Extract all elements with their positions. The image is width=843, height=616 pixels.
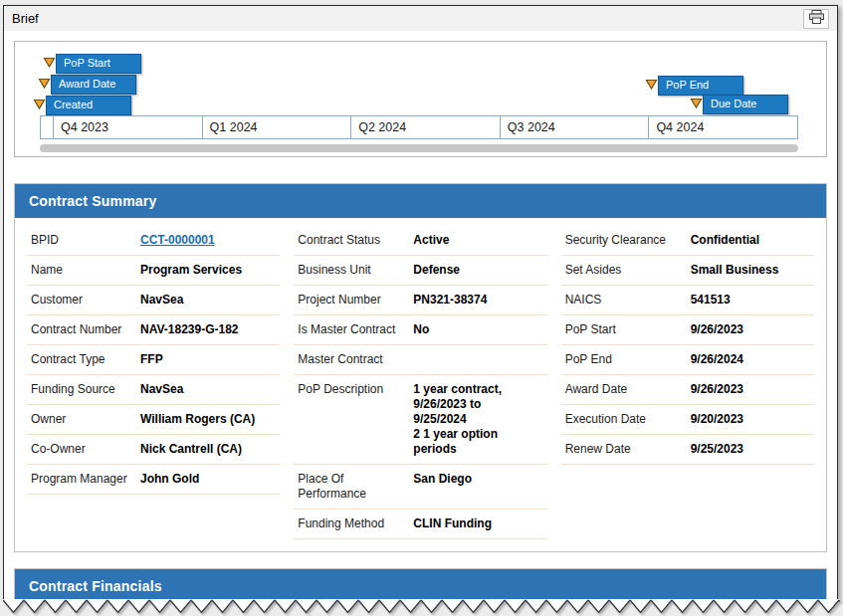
flag-label: PoP Start: [56, 54, 141, 74]
field-label: Name: [31, 263, 140, 278]
quarter-stub-cell: [41, 116, 54, 138]
contract-summary-section: Contract Summary BPID CCT-0000001 Name P…: [14, 183, 827, 552]
milestone-marker-icon: [38, 76, 51, 94]
field-label: Contract Number: [31, 322, 140, 337]
timeline-flag-award-date[interactable]: Award Date: [38, 75, 136, 95]
field-label: Co-Owner: [31, 442, 140, 457]
torn-page-edge: [3, 599, 840, 616]
field-value: NAV-18239-G-182: [140, 322, 276, 337]
brief-page: Brief PoP Start: [3, 5, 838, 599]
field-label: Renew Date: [565, 442, 691, 457]
field-row: Co-Owner Nick Cantrell (CA): [27, 435, 280, 465]
field-row: Renew Date 9/25/2023: [561, 435, 814, 465]
timeline-quarter-axis: Q4 2023 Q1 2024 Q2 2024 Q3 2024 Q4 2024: [40, 115, 798, 139]
field-label: Project Number: [298, 293, 413, 308]
field-row: PoP End 9/26/2024: [561, 345, 814, 375]
field-row: Is Master Contract No: [294, 315, 546, 345]
field-value: NavSea: [140, 382, 276, 397]
field-label: Program Manager: [31, 472, 140, 487]
field-value: 9/25/2023: [691, 442, 810, 457]
field-row: Funding Method CLIN Funding: [294, 510, 546, 539]
field-row: Customer NavSea: [27, 286, 280, 315]
field-row: Contract Number NAV-18239-G-182: [27, 315, 280, 345]
quarter-cell: Q4 2024: [649, 116, 797, 138]
quarter-cell: Q1 2024: [203, 116, 352, 138]
page-title: Brief: [12, 11, 39, 26]
field-value: 9/26/2024: [691, 352, 810, 367]
field-value: 9/26/2023: [691, 322, 810, 337]
field-row: NAICS 541513: [561, 286, 814, 315]
bpid-link[interactable]: CCT-0000001: [140, 233, 276, 248]
field-value: Small Business: [691, 263, 810, 278]
field-value: FFP: [140, 352, 276, 367]
field-label: PoP End: [565, 352, 691, 367]
field-row: Business Unit Defense: [294, 256, 546, 286]
field-value: 9/26/2023: [691, 382, 810, 397]
field-row: Award Date 9/26/2023: [561, 375, 814, 405]
field-value: 541513: [691, 293, 810, 308]
flag-label: Created: [46, 96, 131, 115]
field-label: BPID: [31, 233, 140, 248]
field-value: Program Services: [140, 263, 276, 278]
field-value: NavSea: [140, 293, 276, 308]
field-label: PoP Description: [298, 382, 413, 397]
field-value: PN321-38374: [413, 293, 542, 308]
field-row: Name Program Services: [27, 256, 280, 286]
summary-column-2: Contract Status Active Business Unit Def…: [294, 226, 546, 539]
flag-label: Award Date: [51, 75, 136, 95]
field-value: Defense: [413, 263, 542, 278]
field-label: Security Clearance: [565, 233, 691, 248]
summary-body: BPID CCT-0000001 Name Program Services C…: [15, 218, 826, 551]
field-label: Funding Source: [31, 382, 140, 397]
field-label: PoP Start: [565, 322, 691, 337]
timeline-flag-due-date[interactable]: Due Date: [690, 95, 788, 114]
flag-label: PoP End: [658, 76, 743, 96]
field-row: PoP Description 1 year contract, 9/26/20…: [294, 375, 546, 465]
timeline-flag-pop-start[interactable]: PoP Start: [43, 54, 141, 74]
section-title: Contract Summary: [15, 184, 826, 218]
brief-screen: { "header": { "title": "Brief" }, "timel…: [0, 0, 843, 616]
field-label: Is Master Contract: [298, 322, 413, 337]
field-label: Contract Type: [31, 352, 140, 367]
field-row: Program Manager John Gold: [27, 465, 280, 495]
field-row: Contract Type FFP: [27, 345, 280, 375]
field-label: Funding Method: [298, 516, 413, 531]
field-value: CLIN Funding: [413, 516, 542, 531]
field-value: Confidential: [691, 233, 810, 248]
summary-column-1: BPID CCT-0000001 Name Program Services C…: [27, 226, 280, 539]
field-value: San Diego: [413, 472, 542, 487]
section-title: Contract Financials: [15, 569, 826, 599]
timeline-scrollbar[interactable]: [40, 144, 798, 152]
field-row: Master Contract: [294, 345, 546, 375]
field-label: NAICS: [565, 293, 691, 308]
field-label: Master Contract: [298, 352, 413, 367]
print-button[interactable]: [803, 9, 829, 29]
content-area: PoP Start Award Date Created PoP End: [4, 31, 837, 599]
field-value: No: [413, 322, 542, 337]
field-label: Place Of Performance: [298, 472, 413, 502]
timeline-flag-created[interactable]: Created: [33, 96, 131, 115]
summary-column-3: Security Clearance Confidential Set Asid…: [561, 226, 814, 539]
field-row: Set Asides Small Business: [561, 256, 814, 286]
field-value: William Rogers (CA): [140, 412, 276, 427]
timeline-panel: PoP Start Award Date Created PoP End: [14, 41, 827, 157]
field-value: John Gold: [140, 472, 276, 487]
milestone-marker-icon: [43, 55, 56, 73]
field-label: Customer: [31, 293, 140, 308]
flag-label: Due Date: [703, 95, 788, 114]
field-value: Active: [413, 233, 542, 248]
timeline-flag-pop-end[interactable]: PoP End: [645, 76, 743, 96]
field-row: Place Of Performance San Diego: [294, 465, 546, 510]
field-label: Business Unit: [298, 263, 413, 278]
quarter-cell: Q2 2024: [351, 116, 501, 138]
field-label: Owner: [31, 412, 140, 427]
field-row: Security Clearance Confidential: [561, 226, 814, 256]
quarter-cell: Q3 2024: [501, 116, 650, 138]
printer-icon: [809, 10, 824, 28]
title-bar: Brief: [4, 6, 837, 31]
contract-financials-section: Contract Financials Contract Ceiling $4,…: [14, 568, 827, 599]
field-row: BPID CCT-0000001: [27, 226, 280, 256]
field-label: Award Date: [565, 382, 691, 397]
field-label: Contract Status: [298, 233, 413, 248]
field-row: Execution Date 9/20/2023: [561, 405, 814, 435]
